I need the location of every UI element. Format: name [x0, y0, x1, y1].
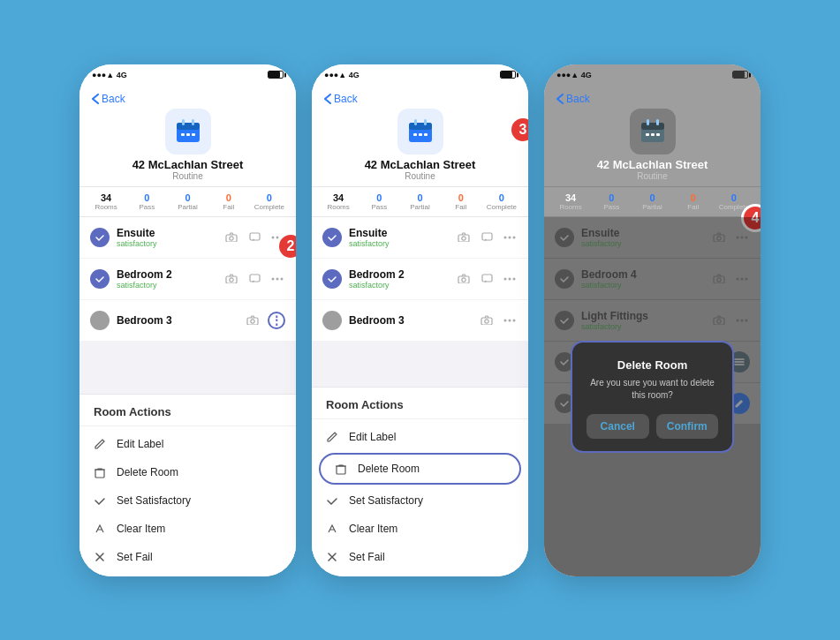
svg-rect-4 — [181, 133, 185, 136]
chat-icon[interactable] — [246, 271, 262, 287]
svg-rect-15 — [250, 275, 260, 282]
svg-point-38 — [504, 277, 507, 280]
sheet-title-2: Room Actions — [312, 398, 528, 419]
svg-rect-49 — [647, 119, 649, 125]
svg-point-34 — [513, 236, 516, 238]
svg-rect-21 — [95, 470, 104, 478]
routine-label-2: Routine — [405, 171, 435, 181]
svg-rect-48 — [641, 123, 664, 130]
app-header-2: Back 42 McLachlan Street Routine — [312, 86, 528, 187]
svg-rect-5 — [186, 133, 190, 136]
sheet-item-satisfactory-2[interactable]: Set Satisfactory — [312, 486, 528, 515]
confirm-button[interactable]: Confirm — [656, 414, 719, 439]
room-list-2: Ensuitesatisfactory Bedroom 2satisfactor… — [312, 217, 528, 387]
dots-icon[interactable] — [502, 230, 518, 245]
svg-point-43 — [504, 319, 507, 321]
svg-rect-52 — [651, 133, 655, 136]
dots-icon[interactable] — [502, 271, 518, 287]
dots-icon[interactable] — [269, 271, 285, 287]
bottom-sheet-1: Room Actions Edit Label Delete Room Set … — [79, 394, 296, 576]
calendar-icon-1 — [165, 109, 211, 154]
room-item[interactable]: Ensuitesatisfactory — [312, 217, 528, 258]
sheet-item-delete[interactable]: Delete Room — [79, 458, 296, 486]
app-header-1: Back 42 McLachlan Street Routine — [79, 86, 296, 187]
dialog-message: Are you sure you want to delete this roo… — [586, 377, 718, 402]
svg-rect-53 — [656, 133, 660, 136]
svg-point-40 — [513, 277, 516, 280]
cancel-button[interactable]: Cancel — [586, 414, 649, 439]
bottom-sheet-2: Room Actions Edit Label Delete Room Set … — [312, 387, 528, 576]
camera-icon[interactable] — [456, 271, 472, 287]
sheet-item-satisfactory[interactable]: Set Satisfactory — [79, 486, 296, 515]
svg-point-18 — [281, 277, 284, 280]
room-list-1: Ensuitesatisfactory Bedroom 2satisfactor… — [79, 217, 296, 394]
camera-icon[interactable] — [245, 312, 261, 328]
sheet-item-edit[interactable]: Edit Label — [79, 430, 296, 458]
svg-point-8 — [230, 237, 233, 240]
svg-point-16 — [272, 277, 275, 280]
room-item[interactable]: Bedroom 3 ⋮ — [79, 300, 296, 341]
address-2: 42 McLachlan Street — [365, 158, 476, 171]
calendar-icon-3 — [630, 109, 676, 154]
svg-point-44 — [509, 319, 511, 321]
back-button-3[interactable]: Back — [556, 93, 590, 105]
svg-point-39 — [509, 277, 511, 280]
room-item[interactable]: Bedroom 3 — [312, 300, 528, 341]
phone-1: ●●●▲ 4G Back — [79, 64, 296, 576]
step-badge-2: 2 — [276, 232, 296, 260]
address-3: 42 McLachlan Street — [597, 158, 708, 171]
svg-rect-2 — [182, 119, 185, 125]
svg-point-45 — [513, 319, 516, 321]
room-list-3: Ensuitesatisfactory Delete Room Are you … — [544, 217, 761, 576]
sheet-item-delete-2[interactable]: Delete Room — [319, 453, 521, 485]
app-header-3: Back 42 McLachlan Street Routine — [544, 86, 761, 187]
dots-button-highlighted[interactable]: ⋮ — [268, 312, 285, 329]
sheet-item-fail-2[interactable]: Set Fail — [312, 543, 528, 571]
sheet-title-1: Room Actions — [79, 405, 296, 426]
phone-3: ●●●▲ 4G Back — [544, 64, 761, 576]
svg-point-32 — [504, 236, 507, 238]
svg-point-42 — [485, 320, 488, 323]
svg-rect-27 — [419, 133, 422, 136]
camera-icon[interactable] — [456, 230, 472, 245]
svg-rect-9 — [250, 233, 260, 240]
room-item[interactable]: Ensuitesatisfactory — [79, 217, 296, 258]
camera-icon[interactable] — [223, 230, 239, 245]
back-button-1[interactable]: Back — [92, 93, 125, 105]
stats-row-2: 34Rooms 0Pass 0Partial 0Fail 0Complete — [312, 187, 528, 217]
step-badge-3: 3 — [509, 116, 528, 144]
room-item[interactable]: Bedroom 2satisfactory — [312, 259, 528, 299]
svg-point-30 — [462, 237, 465, 240]
svg-point-33 — [509, 236, 511, 238]
svg-point-36 — [462, 278, 465, 282]
svg-rect-51 — [646, 133, 649, 136]
sheet-item-clear[interactable]: Clear Item — [79, 515, 296, 543]
status-bar-2: ●●●▲ 4G — [312, 64, 528, 86]
stats-row-3: 34Rooms 0Pass 0Partial 0Fail 0Complete — [544, 187, 761, 217]
address-1: 42 McLachlan Street — [132, 158, 244, 171]
svg-rect-37 — [482, 275, 492, 282]
svg-rect-50 — [656, 119, 659, 125]
status-bar-1: ●●●▲ 4G — [79, 64, 296, 86]
svg-rect-24 — [414, 119, 417, 125]
routine-label-1: Routine — [172, 171, 202, 181]
delete-dialog: Delete Room Are you sure you want to del… — [571, 341, 734, 453]
sheet-item-edit-2[interactable]: Edit Label — [312, 423, 528, 451]
stats-row-1: 34Rooms 0Pass 0Partial 0Fail 0Complete — [79, 187, 296, 217]
chat-icon[interactable] — [479, 230, 495, 245]
chat-icon[interactable] — [246, 230, 262, 245]
camera-icon[interactable] — [223, 271, 239, 287]
svg-rect-28 — [424, 133, 428, 136]
dots-icon[interactable] — [502, 312, 518, 328]
room-item[interactable]: Bedroom 2satisfactory — [79, 259, 296, 299]
svg-rect-31 — [482, 233, 492, 240]
sheet-item-fail[interactable]: Set Fail — [79, 543, 296, 571]
svg-rect-3 — [192, 119, 194, 125]
svg-rect-25 — [424, 119, 427, 125]
sheet-item-clear-2[interactable]: Clear Item — [312, 515, 528, 543]
svg-rect-26 — [413, 133, 417, 136]
camera-icon[interactable] — [479, 312, 495, 328]
chat-icon[interactable] — [479, 271, 495, 287]
back-button-2[interactable]: Back — [324, 93, 358, 105]
phones-container: ●●●▲ 4G Back — [53, 38, 787, 603]
